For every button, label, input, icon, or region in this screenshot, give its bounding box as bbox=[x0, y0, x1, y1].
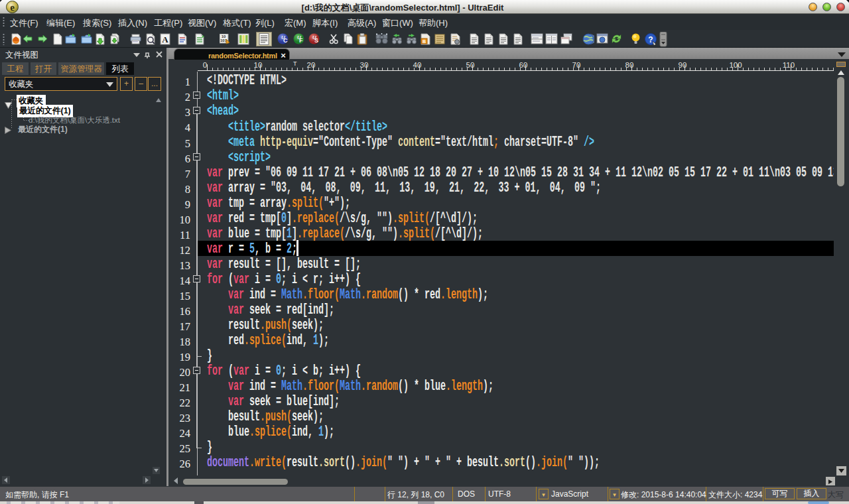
svg-text:S: S bbox=[314, 37, 318, 44]
svg-text:F: F bbox=[299, 37, 303, 44]
svg-text:B: B bbox=[423, 39, 426, 44]
svg-text:C: C bbox=[283, 37, 288, 44]
svg-text:?: ? bbox=[648, 35, 653, 44]
svg-text:A: A bbox=[162, 34, 168, 44]
